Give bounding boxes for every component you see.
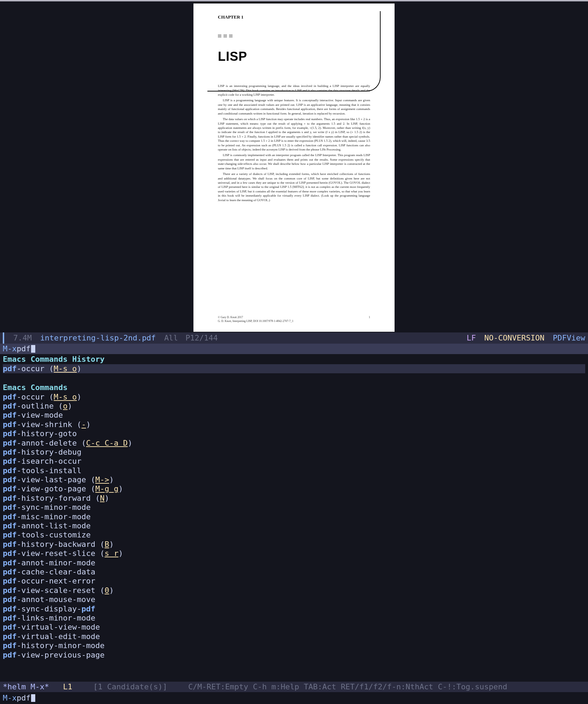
helm-candidate-rest: -view-reset-slice: [17, 549, 95, 558]
helm-candidate[interactable]: pdf-annot-delete (C-c C-a D): [3, 439, 585, 448]
helm-candidate-match: pdf: [3, 604, 17, 613]
helm-candidate[interactable]: pdf-isearch-occur: [3, 457, 585, 466]
helm-candidate[interactable]: pdf-history-minor-mode: [3, 641, 585, 650]
modeline-filesize: 7.4M: [13, 333, 32, 343]
pdf-paragraph: There are a variety of dialects of LISP,…: [218, 172, 370, 202]
helm-candidate-match: pdf: [3, 530, 17, 539]
helm-candidate-match: pdf: [3, 586, 17, 595]
helm-candidate[interactable]: pdf-history-goto: [3, 429, 585, 438]
helm-candidate-match: pdf: [3, 439, 17, 447]
paren-open: (: [49, 393, 53, 401]
helm-candidate-keybinding: C-c C-a D: [86, 439, 127, 447]
modeline-filename: interpreting-lisp-2nd.pdf: [40, 333, 156, 343]
minibuffer-input: pdf: [17, 344, 31, 353]
modeline-major-mode: PDFView: [553, 333, 585, 343]
helm-candidate-match: pdf: [3, 632, 17, 641]
helm-candidate-keybinding: M-s o: [54, 364, 77, 373]
helm-section-header-history: Emacs Commands History: [3, 355, 585, 364]
helm-candidate[interactable]: pdf-view-last-page (M->): [3, 475, 585, 484]
paren-open: (: [95, 494, 100, 503]
helm-candidate-rest: -annot-minor-mode: [17, 558, 95, 567]
helm-candidate[interactable]: pdf-cache-clear-data: [3, 567, 585, 577]
helm-candidate-match: pdf: [3, 494, 17, 503]
paren-close: ): [118, 549, 123, 558]
helm-candidate-rest: -cache-clear-data: [17, 567, 95, 576]
helm-candidate[interactable]: pdf-annot-mouse-move: [3, 595, 585, 604]
helm-candidate-match: pdf: [3, 448, 17, 456]
pdf-paragraph: The data values on which a LISP function…: [218, 117, 370, 152]
helm-candidate-count: [1 Candidate(s)]: [93, 682, 167, 691]
helm-candidate-match: pdf: [3, 577, 17, 585]
paren-close: ): [86, 420, 90, 429]
helm-candidate[interactable]: pdf-history-forward (N): [3, 494, 585, 503]
paren-close: ): [104, 494, 109, 503]
helm-candidate[interactable]: pdf-history-backward (B): [3, 540, 585, 549]
paren-close: ): [128, 439, 132, 447]
modeline: 7.4M interpreting-lisp-2nd.pdf All P12/1…: [0, 332, 588, 344]
helm-candidate[interactable]: pdf-annot-minor-mode: [3, 558, 585, 567]
helm-candidate[interactable]: pdf-outline (o): [3, 402, 585, 411]
minibuffer-input-line[interactable]: M-x pdf: [0, 344, 588, 354]
helm-candidate[interactable]: pdf-virtual-edit-mode: [3, 632, 585, 641]
helm-candidate[interactable]: pdf-view-scale-reset (0): [3, 586, 585, 595]
paren-close: ): [118, 484, 123, 493]
helm-candidate[interactable]: pdf-history-debug: [3, 448, 585, 457]
helm-candidate-match: pdf: [3, 429, 17, 438]
pdf-paragraph: LISP is commonly implemented with an int…: [218, 153, 370, 170]
helm-candidate[interactable]: pdf-view-shrink (-): [3, 420, 585, 429]
helm-candidate-keybinding: -: [81, 420, 86, 429]
paren-close: ): [77, 364, 81, 373]
helm-candidate-rest: -occur: [17, 364, 44, 373]
helm-candidate[interactable]: pdf-tools-install: [3, 466, 585, 475]
pdf-viewer-area[interactable]: CHAPTER 1 LISP LISP is an interesting pr…: [0, 1, 588, 332]
helm-candidate[interactable]: pdf-view-mode: [3, 411, 585, 420]
helm-candidate-rest: -view-previous-page: [17, 651, 105, 659]
minibuffer-prompt: M-x: [3, 694, 17, 703]
helm-candidate[interactable]: pdf-occur (M-s o): [3, 364, 585, 373]
helm-candidate[interactable]: pdf-view-previous-page: [3, 651, 585, 660]
pdf-paragraph: LISP is a programming language with uniq…: [218, 98, 370, 116]
helm-candidate-match: pdf: [3, 651, 17, 659]
helm-completion-buffer[interactable]: Emacs Commands History pdf-occur (M-s o)…: [0, 354, 588, 660]
helm-candidate[interactable]: pdf-view-goto-page (M-g g): [3, 484, 585, 493]
helm-candidate-match: pdf: [3, 595, 17, 604]
helm-candidate[interactable]: pdf-occur-next-error: [3, 577, 585, 586]
helm-candidate-keybinding: M-s o: [54, 393, 77, 401]
helm-candidate-match: pdf: [3, 420, 17, 429]
helm-candidate[interactable]: pdf-view-reset-slice (s r): [3, 549, 585, 558]
paren-open: (: [100, 586, 104, 595]
helm-candidate-rest: -history-backward: [17, 540, 95, 549]
helm-candidate[interactable]: pdf-misc-minor-mode: [3, 512, 585, 521]
modeline-page: P12/144: [185, 333, 218, 342]
minibuffer-prompt: M-x: [3, 344, 17, 353]
paren-open: (: [91, 484, 95, 493]
helm-candidate-keybinding: N: [100, 494, 104, 503]
paren-close: ): [109, 475, 114, 484]
helm-candidate-match: pdf: [3, 512, 17, 521]
helm-candidate-match: pdf: [3, 466, 17, 475]
helm-candidate-keybinding: M->: [95, 475, 109, 484]
helm-candidate-rest: -outline: [17, 402, 54, 410]
helm-candidate-match: pdf: [3, 402, 17, 410]
helm-candidate-keybinding: s r: [104, 549, 118, 558]
helm-candidate-match: pdf: [3, 364, 17, 373]
helm-candidate-rest: -tools-customize: [17, 530, 91, 539]
helm-key-hints: C/M-RET:Empty C-h m:Help TAB:Act RET/f1/…: [188, 682, 507, 691]
helm-candidate-match: pdf: [3, 558, 17, 567]
helm-candidate-rest: -annot-mouse-move: [17, 595, 95, 604]
cursor-icon: [31, 694, 35, 702]
decorative-squares: [218, 34, 370, 38]
minibuffer-echo-area[interactable]: M-x pdf: [0, 692, 588, 704]
helm-candidate[interactable]: pdf-annot-list-mode: [3, 521, 585, 530]
modeline-all: All: [164, 333, 178, 342]
helm-candidate[interactable]: pdf-sync-minor-mode: [3, 503, 585, 512]
helm-candidate-match: pdf: [3, 623, 17, 631]
helm-candidate[interactable]: pdf-tools-customize: [3, 530, 585, 540]
helm-candidate-rest: -links-minor-mode: [17, 614, 95, 622]
helm-candidate-match: pdf: [81, 604, 95, 613]
helm-candidate[interactable]: pdf-occur (M-s o): [3, 393, 585, 402]
helm-candidate[interactable]: pdf-links-minor-mode: [3, 614, 585, 623]
helm-candidate[interactable]: pdf-virtual-view-mode: [3, 623, 585, 632]
helm-candidate-rest: -view-last-page: [17, 475, 86, 484]
helm-candidate[interactable]: pdf-sync-display-pdf: [3, 604, 585, 614]
